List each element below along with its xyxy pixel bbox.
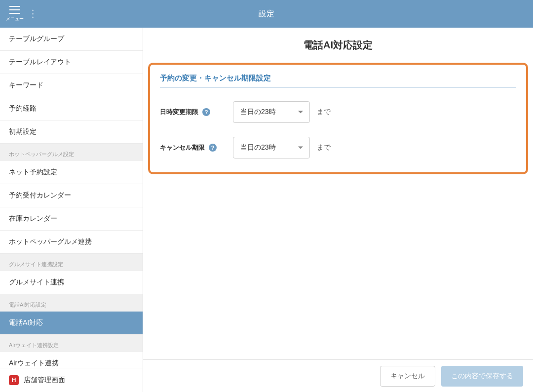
sidebar-footer-label: 店舗管理画面 (24, 376, 65, 385)
footer-bar: キャンセル この内容で保存する (143, 359, 533, 392)
sidebar-section-hpg: ホットペッパーグルメ設定 (0, 144, 143, 161)
change-deadline-suffix: まで (317, 108, 331, 117)
menu-label: メニュー (6, 16, 24, 22)
cancel-deadline-select[interactable]: 当日の23時 (233, 137, 310, 158)
sidebar: テーブルグループ テーブルレイアウト キーワード 予約経路 初期設定 ホットペッ… (0, 28, 143, 392)
change-deadline-select[interactable]: 当日の23時 (233, 101, 310, 123)
change-deadline-label: 日時変更期限 (160, 108, 198, 117)
app-header: メニュー 設定 (0, 0, 533, 28)
sidebar-item-airwait-link[interactable]: Airウェイト連携 (0, 352, 143, 368)
menu-button[interactable]: メニュー (0, 0, 30, 28)
sidebar-item-reservation-route[interactable]: 予約経路 (0, 97, 143, 120)
sidebar-footer-store-admin[interactable]: H 店舗管理画面 (0, 368, 143, 392)
help-icon[interactable]: ? (209, 144, 217, 152)
chevron-down-icon (298, 111, 303, 114)
form-row-change-deadline: 日時変更期限 ? 当日の23時 まで (160, 101, 516, 123)
sidebar-item-hpg-link[interactable]: ホットペッパーグルメ連携 (0, 231, 143, 254)
change-deadline-value: 当日の23時 (240, 108, 276, 117)
sidebar-item-keyword[interactable]: キーワード (0, 74, 143, 97)
sidebar-item-reservation-calendar[interactable]: 予約受付カレンダー (0, 184, 143, 207)
sidebar-section-airwait: Airウェイト連携設定 (0, 335, 143, 352)
form-row-cancel-deadline: キャンセル期限 ? 当日の23時 まで (160, 137, 516, 158)
store-icon: H (9, 375, 19, 385)
sidebar-item-phone-ai[interactable]: 電話AI対応 (0, 312, 143, 335)
sidebar-section-phone-ai: 電話AI対応設定 (0, 294, 143, 312)
help-icon[interactable]: ? (202, 108, 210, 116)
section-title: 予約の変更・キャンセル期限設定 (160, 74, 516, 87)
menu-dots-icon (32, 10, 34, 18)
sidebar-item-net-reservation[interactable]: ネット予約設定 (0, 161, 143, 184)
cancel-deadline-label: キャンセル期限 (160, 143, 205, 152)
chevron-down-icon (298, 147, 303, 149)
hamburger-icon (9, 6, 20, 14)
main-panel: 電話AI対応設定 予約の変更・キャンセル期限設定 日時変更期限 ? 当日の23時… (143, 28, 533, 392)
sidebar-section-gourmet: グルメサイト連携設定 (0, 254, 143, 271)
sidebar-item-gourmet-link[interactable]: グルメサイト連携 (0, 271, 143, 294)
header-title: 設定 (259, 9, 274, 19)
cancel-button[interactable]: キャンセル (380, 366, 435, 387)
sidebar-item-stock-calendar[interactable]: 在庫カレンダー (0, 207, 143, 231)
save-button[interactable]: この内容で保存する (441, 366, 523, 387)
cancel-deadline-suffix: まで (317, 143, 331, 152)
sidebar-item-table-group[interactable]: テーブルグループ (0, 28, 143, 51)
page-title: 電話AI対応設定 (143, 28, 533, 63)
deadline-settings-section: 予約の変更・キャンセル期限設定 日時変更期限 ? 当日の23時 まで (148, 63, 528, 174)
cancel-deadline-value: 当日の23時 (240, 143, 276, 152)
sidebar-item-initial-settings[interactable]: 初期設定 (0, 120, 143, 144)
sidebar-item-table-layout[interactable]: テーブルレイアウト (0, 51, 143, 74)
